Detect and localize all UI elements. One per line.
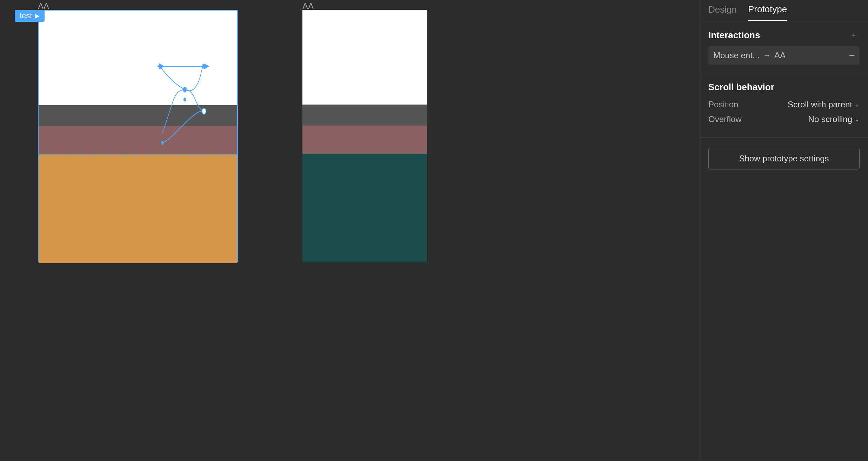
right-panel: Design Prototype Interactions + Mouse en…: [700, 0, 868, 461]
frame-left-gray: [39, 105, 237, 126]
test-chip[interactable]: test ▶: [15, 10, 45, 22]
cursor-icon: ▶: [35, 12, 40, 20]
overflow-chevron-icon: ⌄: [854, 115, 860, 123]
frame-right-teal: [302, 154, 427, 262]
overflow-value: No scrolling: [808, 114, 852, 124]
interaction-trigger: Mouse ent...: [713, 51, 760, 60]
interaction-row[interactable]: Mouse ent... → AA −: [708, 46, 860, 65]
tab-design[interactable]: Design: [708, 0, 737, 21]
show-prototype-settings-button[interactable]: Show prototype settings: [708, 148, 860, 169]
add-interaction-button[interactable]: +: [848, 29, 860, 41]
frame-right-brown: [302, 126, 427, 154]
position-value: Scroll with parent: [788, 100, 852, 109]
position-dropdown[interactable]: Scroll with parent ⌄: [788, 100, 860, 109]
interaction-arrow-icon: →: [763, 51, 771, 60]
overflow-row: Overflow No scrolling ⌄: [708, 114, 860, 124]
test-chip-label: test: [20, 11, 32, 20]
frame-left-brown: [39, 126, 237, 154]
tab-bar: Design Prototype: [700, 0, 868, 21]
canvas: AA test ▶ AA: [0, 0, 700, 461]
frame-right[interactable]: [302, 10, 427, 262]
interactions-title: Interactions: [708, 30, 760, 41]
interactions-section: Interactions + Mouse ent... → AA −: [700, 21, 868, 73]
position-chevron-icon: ⌄: [854, 101, 860, 108]
frame-left-orange: [39, 154, 237, 263]
frame-left[interactable]: [38, 10, 238, 262]
overflow-label: Overflow: [708, 114, 742, 124]
interaction-left: Mouse ent... → AA: [713, 51, 786, 60]
remove-interaction-button[interactable]: −: [849, 50, 855, 61]
tab-prototype[interactable]: Prototype: [748, 0, 787, 21]
position-label: Position: [708, 100, 738, 109]
interactions-header: Interactions +: [708, 29, 860, 41]
interaction-target: AA: [774, 51, 786, 60]
overflow-dropdown[interactable]: No scrolling ⌄: [808, 114, 860, 124]
frame-left-white: [39, 11, 237, 105]
frame-right-white: [302, 10, 427, 105]
frame-right-gray: [302, 105, 427, 126]
position-row: Position Scroll with parent ⌄: [708, 100, 860, 109]
scroll-behavior-section: Scroll behavior Position Scroll with par…: [700, 73, 868, 138]
scroll-behavior-title: Scroll behavior: [708, 82, 860, 93]
